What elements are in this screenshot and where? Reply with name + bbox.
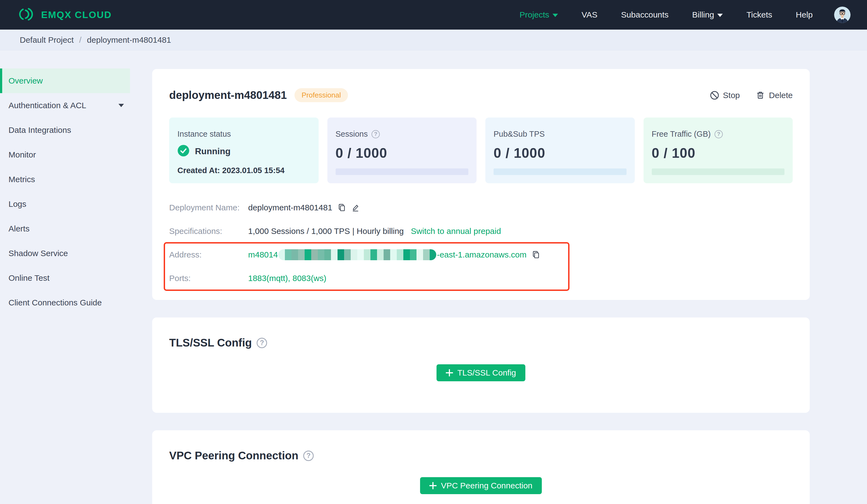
stop-icon [710,91,719,100]
chevron-down-icon [553,14,558,17]
deployment-name-label: Deployment Name: [169,203,248,212]
sidebar: Overview Authentication & ACL Data Integ… [0,51,130,504]
nav-billing[interactable]: Billing [692,10,723,20]
help-icon[interactable] [257,338,267,348]
deployment-overview-card: deployment-m4801481 Professional Stop [152,69,810,300]
address-prefix: m48014 [248,250,278,260]
trash-icon [756,91,765,100]
stop-button[interactable]: Stop [710,91,740,100]
help-icon[interactable] [715,130,723,138]
main-nav: Projects VAS Subaccounts Billing Tickets… [520,10,813,20]
breadcrumb-project[interactable]: Default Project [20,35,74,45]
sessions-value: 0 / 1000 [335,145,469,161]
help-icon[interactable] [372,130,380,138]
specifications-label: Specifications: [169,227,248,236]
free-traffic-label: Free Traffic (GB) [652,130,711,139]
help-icon[interactable] [303,451,314,461]
ports-label: Ports: [169,274,248,283]
sessions-progress-bar [335,168,469,175]
free-traffic-progress-bar [652,168,785,175]
tls-ssl-title: TLS/SSL Config [169,337,252,349]
nav-subaccounts[interactable]: Subaccounts [621,10,668,20]
address-row: Address: m48014 -east-1.amazonaws.com [169,243,793,266]
sidebar-item-shadow-service[interactable]: Shadow Service [0,241,130,266]
sessions-label: Sessions [335,130,368,139]
breadcrumb-separator: / [79,35,82,45]
pubsub-tps-value: 0 / 1000 [494,145,627,161]
sidebar-item-metrics[interactable]: Metrics [0,167,130,192]
pubsub-tps-label: Pub&Sub TPS [494,130,545,139]
address-label: Address: [169,250,248,260]
breadcrumb: Default Project / deployment-m4801481 [0,30,867,51]
delete-button[interactable]: Delete [756,91,793,100]
instance-status-label: Instance status [178,130,231,139]
instance-status-card: Instance status Running Created At: 2023… [169,118,319,183]
sessions-card: Sessions 0 / 1000 [328,118,477,183]
address-suffix: -east-1.amazonaws.com [437,250,526,260]
brand[interactable]: EMQX CLOUD [18,8,111,22]
sidebar-item-overview[interactable]: Overview [0,68,130,93]
sidebar-item-logs[interactable]: Logs [0,192,130,216]
deployment-name-value: deployment-m4801481 [248,203,332,212]
nav-help[interactable]: Help [796,10,813,20]
address-redaction [278,249,436,260]
ports-value: 1883(mqtt), 8083(ws) [248,274,326,283]
plus-icon [446,369,453,376]
nav-projects[interactable]: Projects [520,10,558,20]
ports-row: Ports: 1883(mqtt), 8083(ws) [169,266,793,290]
user-avatar[interactable] [834,7,850,23]
chevron-down-icon [717,14,723,17]
pubsub-tps-progress-bar [494,168,627,175]
running-check-icon [178,145,190,158]
add-vpc-peering-button[interactable]: VPC Peering Connection [420,477,542,494]
sidebar-item-monitor[interactable]: Monitor [0,142,130,167]
sidebar-item-client-connections-guide[interactable]: Client Connections Guide [0,291,130,315]
top-navbar: EMQX CLOUD Projects VAS Subaccounts Bill… [0,0,867,30]
sidebar-item-authentication-acl[interactable]: Authentication & ACL [0,93,130,118]
plus-icon [429,482,437,489]
sidebar-item-online-test[interactable]: Online Test [0,266,130,291]
page-title: deployment-m4801481 [169,89,287,101]
brand-name: EMQX CLOUD [41,9,111,20]
specifications-row: Specifications: 1,000 Sessions / 1,000 T… [169,219,793,243]
free-traffic-value: 0 / 100 [652,145,785,161]
pubsub-tps-card: Pub&Sub TPS 0 / 1000 [485,118,635,183]
vpc-peering-title: VPC Peering Connection [169,449,298,462]
emqx-logo-icon [18,8,35,22]
status-badge: Running [195,146,231,156]
specifications-value: 1,000 Sessions / 1,000 TPS | Hourly bill… [248,227,404,236]
vpc-peering-section: VPC Peering Connection VPC Peering Conne… [152,430,810,504]
copy-icon[interactable] [532,250,540,259]
free-traffic-card: Free Traffic (GB) 0 / 100 [643,118,793,183]
nav-tickets[interactable]: Tickets [746,10,772,20]
main-content: deployment-m4801481 Professional Stop [152,51,810,504]
copy-icon[interactable] [337,203,346,212]
add-tls-ssl-config-button[interactable]: TLS/SSL Config [437,364,525,381]
plan-badge: Professional [295,88,348,102]
deployment-name-row: Deployment Name: deployment-m4801481 [169,196,793,219]
switch-annual-prepaid-link[interactable]: Switch to annual prepaid [411,227,501,236]
breadcrumb-current: deployment-m4801481 [87,35,171,45]
tls-ssl-section: TLS/SSL Config TLS/SSL Config [152,317,810,413]
nav-vas[interactable]: VAS [581,10,598,20]
created-at-text: Created At: 2023.01.05 15:54 [178,166,310,175]
sidebar-item-data-integrations[interactable]: Data Integrations [0,118,130,142]
sidebar-item-alerts[interactable]: Alerts [0,216,130,241]
chevron-down-icon [118,104,124,107]
edit-icon[interactable] [351,203,360,212]
